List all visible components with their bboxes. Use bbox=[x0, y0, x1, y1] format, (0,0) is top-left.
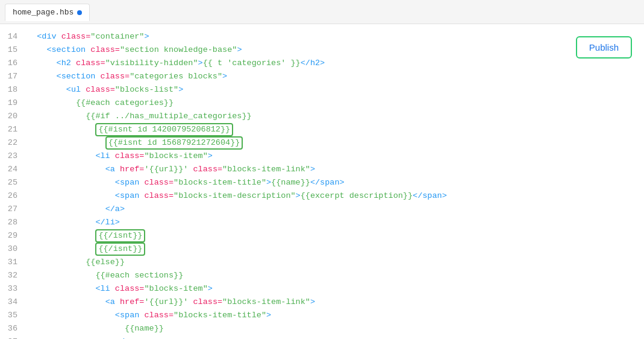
line-content: <li class="blocks-item"> bbox=[27, 150, 644, 163]
code-line: 20 {{#if ../has_multiple_categories}} bbox=[0, 110, 644, 123]
line-content: </span> bbox=[27, 335, 644, 339]
line-number: 24 bbox=[0, 163, 27, 176]
line-content: {{else}} bbox=[27, 256, 644, 269]
line-content: <h2 class="visibility-hidden">{{ t 'cate… bbox=[27, 57, 644, 70]
line-number: 25 bbox=[0, 176, 27, 189]
code-line: 34 <a href='{{url}}' class="blocks-item-… bbox=[0, 296, 644, 309]
line-number: 30 bbox=[0, 242, 27, 256]
line-number: 32 bbox=[0, 269, 27, 282]
code-line: 14 <div class="container"> bbox=[0, 30, 644, 43]
code-line: 28 </li> bbox=[0, 216, 644, 229]
line-content: <div class="container"> bbox=[27, 30, 644, 43]
line-number: 17 bbox=[0, 70, 27, 83]
line-number: 23 bbox=[0, 150, 27, 163]
code-line: 26 <span class="blocks-item-description"… bbox=[0, 189, 644, 203]
code-line: 35 <span class="blocks-item-title"> bbox=[0, 309, 644, 322]
line-number: 34 bbox=[0, 296, 27, 309]
line-content: <section class="section knowledge-base"> bbox=[27, 43, 644, 57]
line-number: 18 bbox=[0, 83, 27, 97]
code-line: 22 {{#isnt id 15687921272604}} bbox=[0, 136, 644, 150]
code-line: 21 {{#isnt id 14200795206812}} bbox=[0, 123, 644, 136]
line-number: 31 bbox=[0, 256, 27, 269]
line-number: 20 bbox=[0, 110, 27, 123]
file-tab[interactable]: home_page.hbs bbox=[5, 4, 90, 21]
code-line: 25 <span class="blocks-item-title">{{nam… bbox=[0, 176, 644, 189]
line-number: 37 bbox=[0, 335, 27, 339]
code-line: 31 {{else}} bbox=[0, 256, 644, 269]
line-content: </li> bbox=[27, 216, 644, 229]
line-number: 26 bbox=[0, 189, 27, 203]
tab-modified-indicator bbox=[77, 10, 82, 15]
line-content: <a href='{{url}}' class="blocks-item-lin… bbox=[27, 296, 644, 309]
line-content: {{#isnt id 14200795206812}} bbox=[27, 123, 644, 136]
code-line: 19 {{#each categories}} bbox=[0, 97, 644, 110]
line-content: <span class="blocks-item-title">{{name}}… bbox=[27, 176, 644, 189]
line-number: 35 bbox=[0, 309, 27, 322]
line-content: <span class="blocks-item-description">{{… bbox=[27, 189, 644, 203]
line-content: {{/isnt}} bbox=[27, 242, 644, 256]
line-content: </a> bbox=[27, 203, 644, 216]
code-line: 24 <a href='{{url}}' class="blocks-item-… bbox=[0, 163, 644, 176]
line-number: 19 bbox=[0, 97, 27, 110]
line-content: <section class="categories blocks"> bbox=[27, 70, 644, 83]
line-number: 29 bbox=[0, 229, 27, 242]
line-content: <a href='{{url}}' class="blocks-item-lin… bbox=[27, 163, 644, 176]
line-number: 21 bbox=[0, 123, 27, 136]
publish-button[interactable]: Publish bbox=[576, 36, 632, 59]
line-number: 15 bbox=[0, 43, 27, 57]
line-content: {{/isnt}} bbox=[27, 229, 644, 242]
code-line: 17 <section class="categories blocks"> bbox=[0, 70, 644, 83]
code-line: 32 {{#each sections}} bbox=[0, 269, 644, 282]
code-line: 27 </a> bbox=[0, 203, 644, 216]
line-content: <ul class="blocks-list"> bbox=[27, 83, 644, 97]
code-line: 18 <ul class="blocks-list"> bbox=[0, 83, 644, 97]
code-line: 30 {{/isnt}} bbox=[0, 242, 644, 256]
code-editor: 14 <div class="container">15 <section cl… bbox=[0, 24, 644, 339]
line-content: {{#each sections}} bbox=[27, 269, 644, 282]
editor-area: 14 <div class="container">15 <section cl… bbox=[0, 24, 644, 339]
line-number: 33 bbox=[0, 282, 27, 296]
line-number: 16 bbox=[0, 57, 27, 70]
code-line: 29 {{/isnt}} bbox=[0, 229, 644, 242]
line-content: <span class="blocks-item-title"> bbox=[27, 309, 644, 322]
line-number: 27 bbox=[0, 203, 27, 216]
code-line: 23 <li class="blocks-item"> bbox=[0, 150, 644, 163]
code-line: 36 {{name}} bbox=[0, 322, 644, 335]
line-content: {{#if ../has_multiple_categories}} bbox=[27, 110, 644, 123]
tab-filename: home_page.hbs bbox=[13, 8, 73, 17]
line-content: {{name}} bbox=[27, 322, 644, 335]
tab-bar: home_page.hbs bbox=[0, 0, 644, 24]
line-number: 22 bbox=[0, 136, 27, 150]
code-line: 33 <li class="blocks-item"> bbox=[0, 282, 644, 296]
line-content: {{#each categories}} bbox=[27, 97, 644, 110]
line-content: {{#isnt id 15687921272604}} bbox=[27, 136, 644, 150]
line-number: 28 bbox=[0, 216, 27, 229]
code-line: 15 <section class="section knowledge-bas… bbox=[0, 43, 644, 57]
code-line: 37 </span> bbox=[0, 335, 644, 339]
line-number: 36 bbox=[0, 322, 27, 335]
line-number: 14 bbox=[0, 30, 27, 43]
code-line: 16 <h2 class="visibility-hidden">{{ t 'c… bbox=[0, 57, 644, 70]
line-content: <li class="blocks-item"> bbox=[27, 282, 644, 296]
